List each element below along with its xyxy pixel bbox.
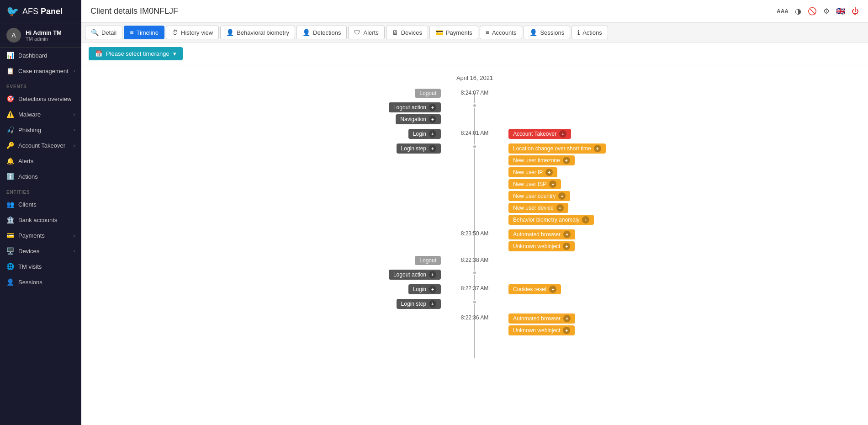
phishing-arrow-icon: › [74,128,75,133]
sidebar-item-sessions[interactable]: 👤 Sessions [0,274,81,290]
event-tag-logout-action[interactable]: Logout action+ [389,270,441,280]
sessions-tab-label: Sessions [540,29,564,36]
event-tag-new-user-ip[interactable]: New user IP+ [508,167,557,177]
timeline-left-entry-9: Login step+ [90,299,452,309]
sidebar-item-devices[interactable]: 🖥️ Devices › [0,243,81,259]
avatar: A [6,28,21,42]
plus-icon: + [429,286,436,293]
tab-behavioral-biometry[interactable]: 👤Behavioral biometry [220,26,295,39]
tab-sessions[interactable]: 👤Sessions [524,26,570,39]
event-tag-new-user-device[interactable]: New user device+ [508,203,568,213]
flag-icon[interactable]: 🇬🇧 [836,7,845,16]
event-tag-behavior-biometry-anomaly[interactable]: Behavior biometry anomaly+ [508,215,594,225]
event-tag-new-user-isp[interactable]: New user ISP+ [508,179,561,189]
sidebar-label-sessions: Sessions [18,279,42,286]
event-tag-navigation[interactable]: Navigation+ [396,114,441,124]
contrast-icon[interactable]: ◑ [795,7,801,16]
sidebar-section-section-entities: ENTITIES [0,184,81,197]
tab-alerts[interactable]: 🛡Alerts [348,26,384,39]
sidebar-item-actions[interactable]: ℹ️ Actions [0,169,81,184]
event-tag-new-user-country[interactable]: New user country+ [508,191,570,201]
settings-icon[interactable]: ⚙ [823,7,830,16]
account-takeover-icon: 🔑 [6,142,14,149]
event-tag-unknown-webinject[interactable]: Unknown webinject+ [508,325,575,335]
sidebar-label-payments: Payments [18,232,45,239]
timeline-left-entry-4: Login step+ [90,143,452,154]
tab-detections[interactable]: 👤Detections [296,26,347,39]
tab-actions[interactable]: ℹActions [572,26,608,39]
no-track-icon[interactable]: 🚫 [808,7,817,16]
timeline-row-entry-3: Login+8:24:01 AMAccount Takeover+ [90,129,859,139]
sidebar-item-payments[interactable]: 💳 Payments › [0,228,81,243]
sidebar-user: A Hi Admin TM TM admin [0,23,81,48]
font-size-label[interactable]: AAA [777,8,789,15]
account-takeover-arrow-icon: › [74,143,75,148]
sidebar-item-case-management[interactable]: 📋 Case management › [0,63,81,79]
event-tag-automated-browser[interactable]: Automated browser+ [508,229,575,239]
clients-icon: 👥 [6,201,14,208]
devices-icon: 🖥️ [6,247,14,255]
malware-arrow-icon: › [74,112,75,117]
tab-history-view[interactable]: ⏱History view [166,26,219,39]
sidebar-label-clients: Clients [18,201,37,208]
timeline-center-entry-3: 8:24:01 AM [452,129,498,136]
event-tag-cookies-reset[interactable]: Cookies reset+ [508,284,561,294]
behavioral-biometry-tab-icon: 👤 [226,29,234,36]
event-tag-automated-browser[interactable]: Automated browser+ [508,313,575,324]
tab-accounts[interactable]: ≡Accounts [480,26,523,39]
payments-tab-label: Payments [446,29,472,36]
event-tag-logout[interactable]: Logout [415,256,441,265]
event-tag-login-step[interactable]: Login step+ [397,299,441,309]
timeline-row-entry-4: Login step+Location change over short ti… [90,143,859,225]
bank-accounts-icon: 🏦 [6,216,14,223]
sidebar-item-tm-visits[interactable]: 🌐 TM visits [0,259,81,274]
event-tag-new-user-timezone[interactable]: New user timezone+ [508,155,575,165]
event-tag-logout[interactable]: Logout [415,89,441,98]
timerange-button[interactable]: 📅 Please select timerange ▾ [89,47,183,60]
alerts-tab-icon: 🛡 [354,29,360,36]
top-header: Client details IM0NFLJF AAA ◑ 🚫 ⚙ 🇬🇧 ⏻ [81,0,868,23]
sidebar-item-dashboard[interactable]: 📊 Dashboard [0,48,81,63]
event-tag-login[interactable]: Login+ [408,284,441,294]
plus-icon: + [549,181,556,188]
tab-payments[interactable]: 💳Payments [429,26,478,39]
plus-icon: + [582,216,589,223]
power-icon[interactable]: ⏻ [852,7,859,16]
sidebar-item-bank-accounts[interactable]: 🏦 Bank accounts [0,212,81,228]
timeline-center-entry-9 [452,299,498,304]
event-tag-logout-action[interactable]: Logout action+ [389,102,441,112]
sidebar-item-alerts[interactable]: 🔔 Alerts [0,153,81,169]
dot-connector-entry-4 [472,144,477,149]
timeline-center-entry-7 [452,270,498,275]
payments-icon: 💳 [6,232,14,239]
time-label-entry-10: 8:22:36 AM [461,314,489,321]
timeline-row-entry-5: 8:23:50 AMAutomated browser+Unknown webi… [90,229,859,251]
sidebar-label-case-management: Case management [18,68,69,74]
payments-tab-icon: 💳 [435,29,443,36]
sidebar-label-devices: Devices [18,248,39,255]
sidebar-label-detections-overview: Detections overview [18,96,71,102]
time-label-entry-5: 8:23:50 AM [461,230,489,237]
sidebar-item-detections-overview[interactable]: 🎯 Detections overview [0,91,81,106]
content-area: 📅 Please select timerange ▾ April 16, 20… [81,42,868,425]
history-view-tab-label: History view [181,29,213,36]
sidebar-nav: 📊 Dashboard 📋 Case management › EVENTS 🎯… [0,48,81,290]
event-tag-location-change-over-short-time[interactable]: Location change over short time+ [508,143,606,154]
plus-icon: + [429,130,436,138]
event-tag-account-takeover[interactable]: Account Takeover+ [508,129,571,139]
sidebar-item-account-takeover[interactable]: 🔑 Account Takeover › [0,138,81,153]
tab-devices[interactable]: 🖥Devices [386,26,428,39]
sidebar-item-clients[interactable]: 👥 Clients [0,197,81,212]
sidebar-item-malware[interactable]: ⚠️ Malware › [0,106,81,122]
tab-detail[interactable]: 🔍Detail [85,26,122,39]
event-tag-login[interactable]: Login+ [408,129,441,139]
event-tag-login-step[interactable]: Login step+ [397,143,441,154]
alerts-icon: 🔔 [6,157,14,165]
tab-timeline[interactable]: ≡Timeline [124,26,164,39]
event-tag-unknown-webinject[interactable]: Unknown webinject+ [508,241,575,251]
sidebar-item-phishing[interactable]: 🎣 Phishing › [0,122,81,138]
timeline-row-entry-8: Login+8:22:37 AMCookies reset+ [90,284,859,294]
timeline-center-entry-4 [452,143,498,149]
plus-icon: + [429,300,436,308]
user-role: TM admin [26,36,62,42]
